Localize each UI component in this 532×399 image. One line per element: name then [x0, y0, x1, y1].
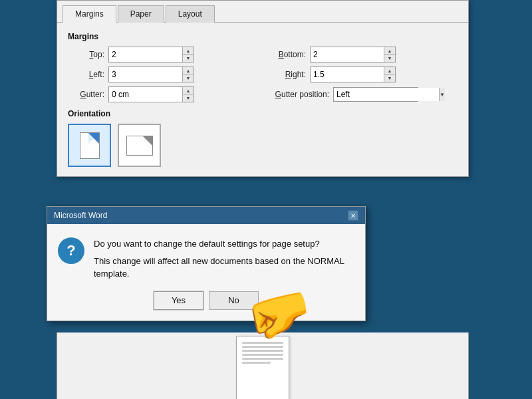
right-spinner-buttons: ▲ ▼ [384, 67, 395, 82]
confirm-body: ? Do you want to change the default sett… [47, 224, 365, 291]
gutter-input[interactable] [109, 87, 182, 102]
bottom-spin-down[interactable]: ▼ [384, 55, 395, 62]
margins-section-label: Margins [68, 32, 458, 41]
tab-paper[interactable]: Paper [118, 5, 164, 23]
right-spin-up[interactable]: ▲ [384, 67, 395, 74]
right-input[interactable] [311, 67, 384, 82]
top-field-row: Top: ▲ ▼ [68, 47, 256, 63]
bottom-spinner-buttons: ▲ ▼ [384, 47, 395, 62]
right-spinner[interactable]: ▲ ▼ [310, 66, 396, 82]
preview-line-4 [242, 354, 283, 356]
bottom-spin-up[interactable]: ▲ [384, 47, 395, 55]
yes-button[interactable]: Yes [154, 291, 203, 310]
gutter-spin-up[interactable]: ▲ [183, 87, 194, 94]
right-field-row: Right: ▲ ▼ [269, 66, 458, 82]
margins-grid: Top: ▲ ▼ Bottom: ▲ ▼ [68, 47, 458, 102]
no-button[interactable]: No [209, 291, 259, 310]
bottom-input[interactable] [311, 47, 384, 62]
tab-margins[interactable]: Margins [63, 5, 116, 23]
gutter-position-label: Gutter position: [269, 90, 329, 99]
bottom-preview [57, 332, 469, 399]
confirm-message2: This change will affect all new document… [94, 255, 352, 281]
left-spin-up[interactable]: ▲ [183, 67, 194, 74]
top-spinner-buttons: ▲ ▼ [182, 47, 194, 62]
gutter-position-select[interactable]: ▼ [333, 87, 418, 102]
bottom-spinner[interactable]: ▲ ▼ [310, 47, 396, 63]
portrait-icon[interactable] [68, 124, 111, 167]
gutter-field-row: Gutter: ▲ ▼ [68, 86, 256, 102]
left-spinner-buttons: ▲ ▼ [182, 67, 194, 82]
question-icon: ? [58, 237, 84, 264]
preview-line-6 [242, 362, 271, 364]
top-input[interactable] [109, 47, 182, 62]
left-input[interactable] [109, 67, 182, 82]
left-spin-down[interactable]: ▼ [183, 74, 194, 82]
gutter-spinner-buttons: ▲ ▼ [182, 87, 194, 102]
preview-line-2 [242, 346, 283, 348]
dialog-content: Margins Top: ▲ ▼ Bottom: [57, 23, 468, 176]
gutter-spin-down[interactable]: ▼ [183, 94, 194, 102]
left-field-row: Left: ▲ ▼ [68, 66, 256, 82]
confirm-titlebar: Microsoft Word ✕ [47, 207, 365, 224]
preview-line-1 [242, 342, 283, 344]
tabs-bar: Margins Paper Layout [57, 1, 468, 23]
gutter-position-field-row: Gutter position: ▼ [269, 86, 458, 102]
gutter-position-dropdown-arrow[interactable]: ▼ [439, 88, 445, 101]
top-spin-down[interactable]: ▼ [183, 55, 194, 62]
page-setup-dialog[interactable]: Margins Paper Layout Margins Top: ▲ ▼ B [57, 0, 469, 177]
confirm-close-button[interactable]: ✕ [348, 210, 358, 221]
orientation-icons [68, 124, 458, 167]
top-label: Top: [68, 50, 104, 59]
preview-line-3 [242, 350, 283, 352]
landscape-page-shape [126, 136, 153, 156]
portrait-page-shape [80, 132, 100, 159]
preview-line-5 [242, 358, 283, 360]
gutter-spinner[interactable]: ▲ ▼ [108, 86, 194, 102]
top-spinner[interactable]: ▲ ▼ [108, 47, 194, 63]
bottom-label: Bottom: [269, 50, 306, 59]
tab-layout[interactable]: Layout [166, 5, 215, 23]
left-label: Left: [68, 70, 104, 79]
gutter-position-input[interactable] [334, 88, 439, 101]
landscape-icon[interactable] [118, 124, 161, 167]
confirm-buttons: Yes No [47, 291, 365, 321]
left-spinner[interactable]: ▲ ▼ [108, 66, 194, 82]
confirm-message1: Do you want to change the default settin… [94, 237, 352, 251]
confirm-dialog[interactable]: Microsoft Word ✕ ? Do you want to change… [47, 206, 366, 321]
confirm-text: Do you want to change the default settin… [94, 237, 352, 281]
right-spin-down[interactable]: ▼ [384, 74, 395, 82]
top-spin-up[interactable]: ▲ [183, 47, 194, 55]
orientation-section: Orientation [68, 109, 458, 167]
right-label: Right: [269, 70, 306, 79]
preview-page [236, 336, 289, 399]
confirm-title: Microsoft Word [54, 211, 107, 220]
orientation-label: Orientation [68, 109, 458, 118]
bottom-field-row: Bottom: ▲ ▼ [269, 47, 458, 63]
gutter-label: Gutter: [68, 90, 104, 99]
